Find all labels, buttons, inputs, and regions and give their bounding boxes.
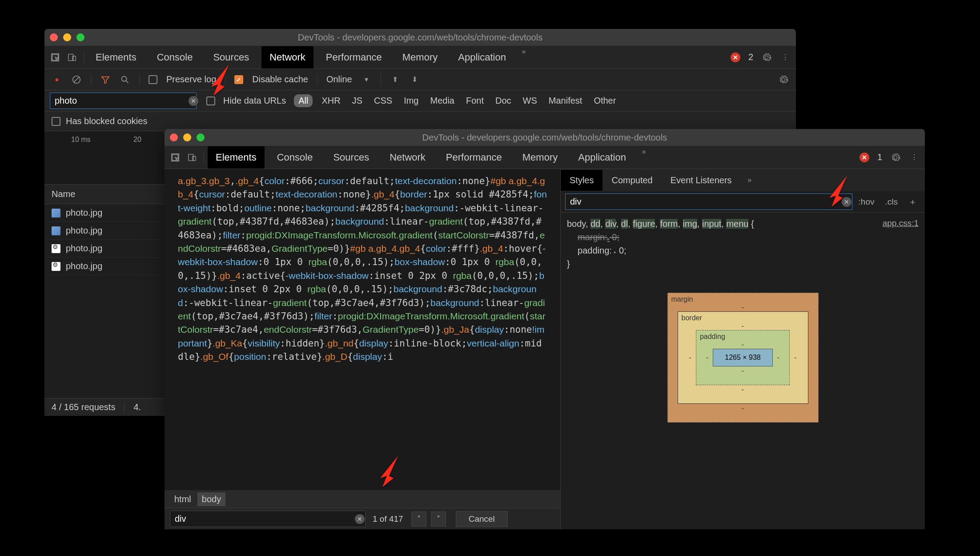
rule-close-brace: } xyxy=(567,259,570,269)
tab-styles[interactable]: Styles xyxy=(561,170,602,191)
rule-source-link[interactable]: app.css:1 xyxy=(883,217,919,230)
more-tabs-icon[interactable]: » xyxy=(518,46,529,57)
minimize-window-button[interactable] xyxy=(183,133,191,141)
titlebar[interactable]: DevTools - developers.google.com/web/too… xyxy=(44,29,796,46)
more-menu-icon[interactable]: ⋮ xyxy=(909,152,920,163)
bm-content-size: 1265 × 938 xyxy=(713,349,773,367)
search-result-count: 1 of 417 xyxy=(369,514,407,524)
breadcrumb-html[interactable]: html xyxy=(170,492,196,506)
tab-event-listeners[interactable]: Event Listeners xyxy=(662,170,741,191)
rule-selector: body, dd, div, dl, figure, form, img, in… xyxy=(567,219,754,229)
tab-network[interactable]: Network xyxy=(382,146,434,169)
more-menu-icon[interactable]: ⋮ xyxy=(780,52,791,63)
device-mode-icon[interactable] xyxy=(187,152,197,163)
filter-type-img[interactable]: Img xyxy=(401,94,421,107)
tab-sources[interactable]: Sources xyxy=(325,146,377,169)
chevron-down-icon[interactable]: ▾ xyxy=(361,74,372,85)
more-tabs-icon[interactable]: » xyxy=(639,146,649,157)
filter-type-css[interactable]: CSS xyxy=(371,94,395,107)
device-mode-icon[interactable] xyxy=(67,52,77,63)
filter-type-xhr[interactable]: XHR xyxy=(319,94,343,107)
record-icon[interactable]: ● xyxy=(52,74,62,85)
css-prop-padding[interactable]: padding: ▸ 0; xyxy=(578,246,627,255)
styles-filter-input[interactable] xyxy=(565,193,852,210)
clear-filter-icon[interactable]: ✕ xyxy=(189,96,198,106)
tab-performance[interactable]: Performance xyxy=(438,146,510,169)
search-input[interactable] xyxy=(170,511,365,527)
breadcrumb: html body xyxy=(165,490,560,508)
tab-elements[interactable]: Elements xyxy=(88,46,145,68)
filter-type-js[interactable]: JS xyxy=(349,94,365,107)
throttling-select[interactable]: Online xyxy=(326,74,352,85)
filter-type-ws[interactable]: WS xyxy=(520,94,540,107)
filter-type-doc[interactable]: Doc xyxy=(493,94,514,107)
cls-toggle[interactable]: .cls xyxy=(882,195,902,209)
file-name: photo.jpg xyxy=(66,261,102,271)
box-model[interactable]: margin- border- - padding- - 1265 × 938 … xyxy=(667,293,819,423)
filter-input[interactable] xyxy=(50,93,197,109)
styles-filter-bar: ✕ :hov .cls ＋ xyxy=(561,191,925,213)
clear-search-icon[interactable]: ✕ xyxy=(355,514,365,524)
filter-icon[interactable] xyxy=(100,74,111,85)
filter-type-all[interactable]: All xyxy=(294,94,313,107)
error-count[interactable]: 1 xyxy=(877,152,882,162)
tab-network[interactable]: Network xyxy=(261,46,313,68)
add-rule-icon[interactable]: ＋ xyxy=(905,194,920,210)
status-more: 4. xyxy=(133,402,141,412)
image-icon xyxy=(52,209,60,218)
gear-icon[interactable] xyxy=(778,74,789,85)
filter-type-manifest[interactable]: Manifest xyxy=(546,94,585,107)
timeline-tick: 20 xyxy=(107,136,169,180)
file-name: photo.jpg xyxy=(66,226,102,236)
filter-type-font[interactable]: Font xyxy=(463,94,486,107)
search-bar: ✕ 1 of 417 ˄ ˅ Cancel xyxy=(165,508,560,529)
hover-toggle[interactable]: :hov xyxy=(855,195,878,209)
error-count[interactable]: 2 xyxy=(748,52,753,62)
maximize-window-button[interactable] xyxy=(197,133,205,141)
search-next-icon[interactable]: ˅ xyxy=(431,512,446,527)
filter-type-other[interactable]: Other xyxy=(591,94,619,107)
devtools-window-elements: DevTools - developers.google.com/web/too… xyxy=(165,129,925,529)
filter-type-media[interactable]: Media xyxy=(427,94,457,107)
inspect-icon[interactable] xyxy=(50,52,60,63)
search-prev-icon[interactable]: ˄ xyxy=(411,512,426,527)
minimize-window-button[interactable] xyxy=(63,33,71,41)
close-window-button[interactable] xyxy=(170,133,178,141)
bm-margin-label: margin xyxy=(671,295,693,303)
blocked-cookies-checkbox[interactable] xyxy=(52,117,60,126)
inspect-icon[interactable] xyxy=(170,152,181,163)
filter-bar: ✕ Hide data URLs All XHR JS CSS Img Medi… xyxy=(44,90,796,112)
maximize-window-button[interactable] xyxy=(76,33,84,41)
css-prop-margin[interactable]: margin:▸ 0; xyxy=(578,232,619,242)
search-icon[interactable] xyxy=(120,74,130,85)
titlebar[interactable]: DevTools - developers.google.com/web/too… xyxy=(165,129,925,146)
tab-console[interactable]: Console xyxy=(269,146,321,169)
disable-cache-checkbox[interactable]: ✓ xyxy=(234,75,243,84)
gear-icon[interactable] xyxy=(890,152,901,163)
tab-performance[interactable]: Performance xyxy=(318,46,390,68)
css-rule[interactable]: app.css:1 body, dd, div, dl, figure, for… xyxy=(561,213,925,275)
tab-memory[interactable]: Memory xyxy=(394,46,446,68)
cancel-button[interactable]: Cancel xyxy=(456,511,508,527)
close-window-button[interactable] xyxy=(50,33,58,41)
upload-icon[interactable]: ⬆ xyxy=(390,74,401,85)
more-tabs-icon[interactable]: » xyxy=(744,175,755,185)
dom-source[interactable]: a.gb_3.gb_3,.gb_4{color:#666;cursor:defa… xyxy=(165,169,560,490)
traffic-lights xyxy=(170,133,205,141)
error-badge-icon[interactable]: ✕ xyxy=(860,153,869,162)
file-name: photo.jpg xyxy=(66,208,102,218)
clear-icon[interactable] xyxy=(71,74,82,85)
tab-elements[interactable]: Elements xyxy=(208,146,265,169)
tab-console[interactable]: Console xyxy=(149,46,201,68)
error-badge-icon[interactable]: ✕ xyxy=(731,52,740,62)
preserve-log-checkbox[interactable] xyxy=(149,75,157,84)
tab-application[interactable]: Application xyxy=(570,146,634,169)
svg-point-3 xyxy=(122,76,127,81)
network-toolbar: ● Preserve log ✓ Disable cache Online ▾ … xyxy=(44,69,796,90)
download-icon[interactable]: ⬇ xyxy=(410,74,420,85)
breadcrumb-body[interactable]: body xyxy=(197,492,225,506)
tab-application[interactable]: Application xyxy=(450,46,514,68)
tab-computed[interactable]: Computed xyxy=(602,170,661,191)
tab-memory[interactable]: Memory xyxy=(514,146,566,169)
gear-icon[interactable] xyxy=(761,52,772,63)
